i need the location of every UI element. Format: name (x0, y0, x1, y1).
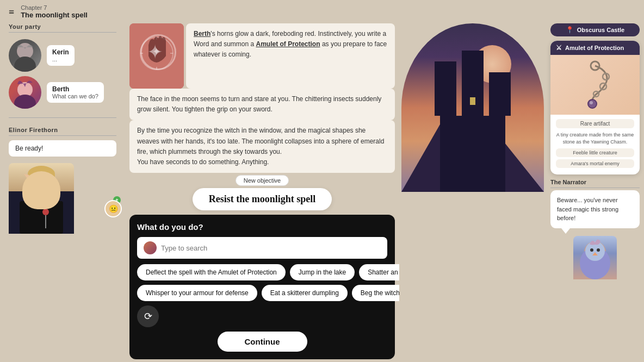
center-top: ✦ Berth's horns glow a dark, foreboding … (129, 23, 395, 89)
item-card-body: Rare artifact A tiny creature made from … (550, 115, 640, 174)
center-content: ✦ Berth's horns glow a dark, foreboding … (125, 23, 399, 362)
item-description: A tiny creature made from the same stone… (556, 132, 634, 145)
svg-point-13 (140, 37, 173, 70)
action-buttons-row: Deflect the spell with the Amulet of Pro… (137, 264, 387, 327)
menu-icon[interactable]: ≡ (9, 7, 14, 17)
party-label: Your party (9, 23, 116, 33)
right-sidebar: 📍 Obscurus Castle ⚔ Amulet of Protection (546, 23, 644, 362)
avatar-kerin (9, 39, 41, 72)
chapter-info: Chapter 7 The moonlight spell (21, 4, 88, 19)
narrator-label: The Narrator (550, 179, 640, 188)
continue-button[interactable]: Continue (218, 332, 307, 352)
status-icon: 😐 (104, 200, 122, 217)
image-column (399, 23, 546, 362)
item-tag-1: Feeble little creature (556, 148, 634, 157)
item-card-image (550, 55, 640, 115)
svg-text:✦: ✦ (152, 46, 160, 57)
action-btn-eat[interactable]: Eat a skitterer dumpling (262, 285, 348, 301)
search-input[interactable] (161, 244, 381, 252)
narrator-section: The Narrator Beware... you've never face… (550, 179, 640, 279)
elinor-avatar (9, 163, 74, 234)
castle-body (440, 116, 505, 192)
main-layout: Your party Kerin ... (0, 23, 644, 362)
objective-area: New objective Resist the moonlight spell (129, 173, 395, 213)
svg-point-6 (28, 166, 55, 182)
action-btn-beg[interactable]: Beg the witch for mercy (352, 285, 399, 301)
story-item-name: Amulet of Protection (256, 40, 320, 48)
kerin-speech-bubble: Kerin ... (47, 45, 75, 66)
berth-speech-bubble: Berth What can we do? (47, 82, 104, 103)
elinor-bubble: Be ready! (9, 140, 116, 157)
top-bar: ≡ Chapter 7 The moonlight spell (0, 0, 644, 23)
amulet-svg (573, 60, 617, 109)
refresh-button[interactable]: ⟳ (137, 305, 159, 327)
svg-point-9 (35, 180, 39, 183)
search-bar (137, 237, 387, 259)
action-panel: What do you do? Deflect the spell with t… (129, 215, 395, 359)
item-header-icon: ⚔ (556, 44, 562, 52)
action-btn-jump[interactable]: Jump in the lake (290, 264, 355, 280)
castle-tower-left (435, 61, 456, 116)
elinor-character: 😐 + (9, 163, 116, 234)
svg-point-10 (42, 209, 49, 215)
item-rarity: Rare artifact (556, 119, 634, 128)
search-icon (144, 241, 157, 254)
location-icon: 📍 (566, 26, 574, 34)
chapter-title: The moonlight spell (21, 11, 88, 19)
action-btn-shatter[interactable]: Shatter an Oath Gem (359, 264, 399, 280)
item-card: ⚔ Amulet of Protection Rare artifact (550, 41, 640, 174)
item-tag-2: Amara's mortal enemy (556, 159, 634, 168)
new-objective-badge: New objective (236, 175, 289, 186)
location-badge: 📍 Obscurus Castle (550, 23, 640, 36)
sidebar-divider (9, 117, 116, 118)
action-panel-title: What do you do? (137, 222, 387, 232)
story-panel-3: By the time you recognize the witch in t… (129, 120, 395, 173)
party-member-berth[interactable]: Berth What can we do? (9, 76, 116, 109)
story-panel-1: Berth's horns glow a dark, foreboding re… (186, 23, 395, 89)
chapter-number: Chapter 7 (21, 4, 88, 11)
item-card-header: ⚔ Amulet of Protection (550, 41, 640, 55)
svg-point-23 (590, 248, 593, 252)
castle-image (401, 23, 544, 192)
castle-tower-right (489, 72, 511, 116)
action-buttons-col: Deflect the spell with the Amulet of Pro… (137, 264, 399, 301)
story-panel-2: The face in the moon seems to turn and s… (129, 89, 395, 120)
svg-rect-12 (129, 23, 184, 89)
svg-point-1 (14, 57, 36, 72)
svg-point-20 (590, 101, 593, 104)
story-author: Berth (194, 30, 210, 38)
action-row-2: Whisper to your armour for defense Eat a… (137, 285, 399, 301)
castle-tower-center (462, 51, 484, 116)
svg-rect-4 (20, 201, 63, 234)
svg-rect-7 (28, 174, 55, 190)
left-sidebar: Your party Kerin ... (0, 23, 125, 362)
svg-point-3 (14, 95, 36, 109)
narrator-bubble: Beware... you've never faced magic this … (550, 190, 640, 228)
character-card: ✦ (129, 23, 184, 89)
svg-point-24 (597, 248, 600, 252)
elinor-label: Elinor Firethorn (9, 127, 116, 136)
party-member-kerin[interactable]: Kerin ... (9, 39, 116, 72)
window-glow (470, 97, 475, 105)
avatar-berth (9, 76, 41, 109)
narrator-avatar (573, 236, 617, 279)
action-btn-whisper[interactable]: Whisper to your armour for defense (137, 285, 257, 301)
action-btn-deflect[interactable]: Deflect the spell with the Amulet of Pro… (137, 264, 286, 280)
objective-banner: Resist the moonlight spell (193, 188, 332, 210)
action-row-1: Deflect the spell with the Amulet of Pro… (137, 264, 399, 280)
